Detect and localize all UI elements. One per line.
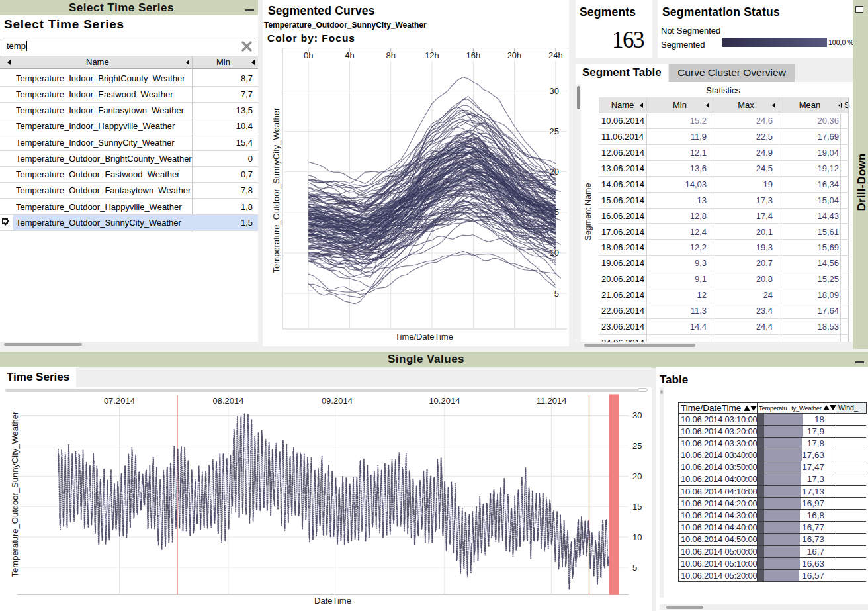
svg-text:4h: 4h: [345, 50, 354, 60]
svg-text:20: 20: [632, 471, 642, 481]
svg-text:15: 15: [632, 502, 642, 512]
svg-text:30: 30: [632, 410, 642, 420]
svg-text:08.2014: 08.2014: [213, 396, 244, 406]
svg-text:24h: 24h: [548, 50, 563, 60]
svg-text:07.2014: 07.2014: [104, 396, 135, 406]
svg-text:20h: 20h: [507, 50, 522, 60]
svg-text:16h: 16h: [466, 50, 480, 60]
svg-text:11.2014: 11.2014: [536, 396, 566, 406]
svg-text:5: 5: [632, 563, 637, 573]
svg-text:5: 5: [554, 289, 559, 299]
svg-text:0h: 0h: [304, 50, 313, 60]
svg-text:25: 25: [632, 441, 642, 451]
svg-text:10: 10: [632, 532, 642, 542]
svg-text:8h: 8h: [386, 50, 395, 60]
svg-text:09.2014: 09.2014: [322, 396, 353, 406]
svg-text:12h: 12h: [425, 50, 439, 60]
svg-text:Time/DateTime: Time/DateTime: [395, 332, 453, 342]
svg-text:10.2014: 10.2014: [429, 396, 460, 406]
svg-text:DateTime: DateTime: [314, 596, 351, 606]
svg-text:25: 25: [550, 126, 559, 136]
svg-text:30: 30: [550, 86, 559, 96]
